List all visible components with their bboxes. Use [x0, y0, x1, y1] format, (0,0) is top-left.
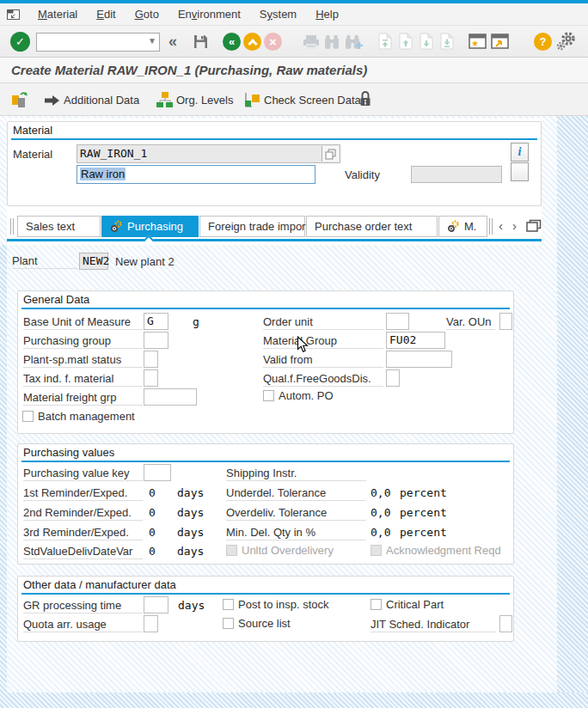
underdel-unit: percent	[400, 486, 447, 499]
system-menu-icon[interactable]	[7, 9, 20, 20]
tab-overview-icon[interactable]	[526, 219, 542, 232]
application-toolbar: Additional Data Org. Levels Check Screen…	[0, 83, 588, 116]
reminder2-value[interactable]: 0	[149, 506, 156, 519]
plant-name: New plant 2	[115, 255, 175, 268]
menu-environment[interactable]: Environment	[168, 8, 250, 21]
frame-right	[557, 116, 588, 708]
tab-mrp-partial[interactable]: M.	[438, 216, 487, 237]
std-value[interactable]: 0	[149, 545, 156, 558]
material-group-field[interactable]: FU02	[386, 332, 445, 349]
save-icon[interactable]	[193, 34, 209, 50]
std-value-label: StdValueDelivDateVar	[23, 545, 143, 559]
jit-sched-field[interactable]	[499, 615, 512, 632]
purchasing-values-box: Purchasing values Purchasing value key S…	[17, 443, 514, 565]
tab-sales-text[interactable]: Sales text	[17, 216, 101, 237]
command-dropdown-icon[interactable]: ▼	[148, 36, 156, 46]
svg-text:★: ★	[471, 39, 479, 48]
customize-layout-icon[interactable]	[556, 32, 577, 52]
pvk-field[interactable]	[144, 464, 171, 481]
menu-goto[interactable]: Goto	[126, 8, 168, 21]
underdel-label: Underdel. Tolerance	[226, 486, 366, 501]
freight-grp-field[interactable]	[144, 388, 197, 406]
base-unit-field[interactable]: G	[144, 313, 168, 330]
tab-purchase-order-text[interactable]: Purchase order text	[306, 216, 438, 237]
info-button[interactable]: i	[511, 143, 529, 162]
std-unit: days	[177, 545, 204, 558]
selected-text: Raw iron	[80, 168, 126, 180]
help-icon[interactable]: ?	[534, 33, 552, 51]
reminder3-unit: days	[177, 526, 204, 539]
enter-icon[interactable]: ✓	[10, 32, 30, 52]
valid-from-field[interactable]	[386, 351, 452, 368]
gr-processing-field[interactable]	[144, 596, 168, 613]
additional-data-icon[interactable]	[45, 95, 60, 107]
material-description-field[interactable]: Raw iron	[77, 165, 315, 184]
command-field[interactable]	[36, 33, 160, 52]
batch-mgmt-checkbox-row: Batch management	[22, 410, 135, 423]
source-list-checkbox[interactable]	[223, 618, 234, 629]
batch-mgmt-checkbox[interactable]	[22, 411, 34, 422]
autom-po-checkbox-row: Autom. PO	[263, 389, 334, 402]
base-unit-text: g	[193, 315, 199, 328]
org-levels-button[interactable]: Org. Levels	[176, 94, 233, 107]
create-shortcut-icon[interactable]	[491, 34, 509, 49]
post-insp-checkbox[interactable]	[223, 599, 234, 610]
tab-purchasing[interactable]: Purchasing	[101, 216, 199, 237]
plant-status-label: Plant-sp.matl status	[23, 353, 143, 368]
menu-help[interactable]: Help	[306, 8, 348, 21]
qual-freegoods-field[interactable]	[386, 369, 400, 387]
collapse-command-icon[interactable]: «	[168, 33, 177, 51]
general-data-rule	[21, 308, 510, 309]
base-unit-label: Base Unit of Measure	[23, 315, 143, 330]
tab-scroll-right-icon[interactable]: ›	[512, 218, 517, 233]
reminder1-value[interactable]: 0	[149, 486, 156, 499]
back-icon[interactable]: «	[223, 33, 241, 51]
menu-edit[interactable]: Edit	[87, 8, 125, 21]
standard-toolbar: ✓ ▼ « « × ★	[0, 26, 588, 58]
new-session-icon[interactable]: ★	[469, 34, 487, 49]
cancel-icon[interactable]: ×	[264, 33, 282, 51]
ack-reqd-checkbox	[371, 545, 382, 556]
menu-system[interactable]: System	[250, 8, 306, 21]
order-unit-field[interactable]	[386, 313, 409, 330]
org-levels-icon[interactable]	[156, 91, 173, 108]
tab-scroll-left-icon[interactable]: ‹	[499, 218, 503, 233]
validity-label: Validity	[345, 168, 380, 181]
reminder2-unit: days	[177, 506, 204, 519]
matchcode-icon[interactable]	[322, 146, 339, 162]
frame-left	[0, 245, 7, 708]
additional-data-button[interactable]: Additional Data	[64, 94, 139, 107]
critical-part-checkbox[interactable]	[371, 599, 382, 610]
tabstrip-edge	[492, 218, 493, 235]
lock-icon	[358, 90, 372, 107]
menu-material[interactable]: Material	[28, 8, 87, 21]
title-bar: Create Material RAW_IRON_1 (Purchasing, …	[0, 58, 588, 83]
underdel-value[interactable]: 0,0	[371, 486, 390, 499]
plant-status-field[interactable]	[144, 351, 158, 368]
plant-field[interactable]: NEW2	[79, 253, 108, 270]
reminder3-value[interactable]: 0	[149, 526, 156, 539]
check-screen-data-button[interactable]: Check Screen Data	[264, 94, 361, 107]
find-next-icon	[345, 34, 364, 50]
validity-field[interactable]	[411, 166, 502, 183]
material-number-field[interactable]: RAW_IRON_1	[77, 144, 340, 163]
other-data-box: Other data / manufacturer data GR proces…	[17, 576, 514, 642]
check-screen-data-icon[interactable]	[243, 91, 260, 108]
copy-from-icon[interactable]	[10, 90, 28, 108]
quota-usage-field[interactable]	[144, 615, 158, 632]
valid-from-label: Valid from	[263, 353, 383, 368]
min-del-qty-value[interactable]: 0,0	[371, 526, 390, 539]
unltd-overdelivery-checkbox	[226, 545, 237, 556]
var-oun-field[interactable]	[499, 313, 512, 330]
expand-button[interactable]	[511, 162, 529, 181]
frame-bottom	[0, 693, 588, 708]
overdeliv-value[interactable]: 0,0	[371, 506, 390, 519]
find-icon	[324, 34, 340, 50]
reminder3-label: 3rd Reminder/Exped.	[23, 526, 143, 540]
tab-foreign-trade-import[interactable]: Foreign trade import	[199, 216, 305, 237]
autom-po-checkbox[interactable]	[263, 390, 274, 401]
purchasing-group-field[interactable]	[144, 332, 168, 349]
min-del-qty-unit: percent	[400, 526, 447, 539]
exit-icon[interactable]	[243, 33, 261, 51]
tax-ind-field[interactable]	[144, 369, 158, 387]
